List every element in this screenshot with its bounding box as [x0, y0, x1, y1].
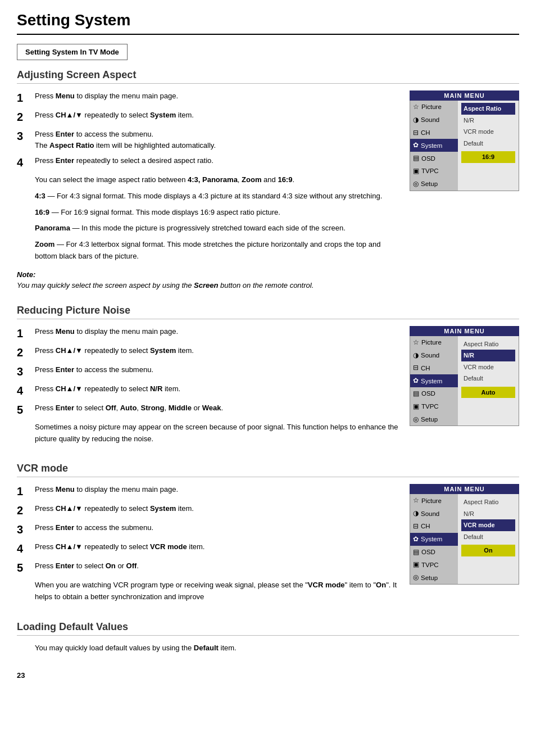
step-text: Press Enter repeatedly to select a desir… — [35, 155, 214, 170]
menu-value-box: 16:9 — [461, 151, 515, 163]
menu-item-icon: ✿ — [413, 141, 419, 150]
steps-container: 1Press Menu to display the menu main pag… — [17, 90, 398, 291]
step-number: 4 — [17, 383, 30, 398]
step-number: 3 — [17, 364, 30, 379]
submenu-item: Default — [461, 138, 515, 150]
menu-item-system[interactable]: ✿System — [410, 533, 458, 546]
section-title: Adjusting Screen Aspect — [17, 69, 519, 84]
step-text: Press Menu to display the menu main page… — [35, 484, 178, 499]
menu-item-icon: ▣ — [413, 166, 419, 176]
menu-item-icon: ◎ — [413, 415, 419, 424]
step-text: Press Menu to display the menu main page… — [35, 326, 178, 341]
step-number: 2 — [17, 110, 30, 124]
indent-text: Panorama — In this mode the picture is p… — [35, 223, 398, 234]
submenu-item: Default — [461, 531, 515, 543]
menu-item-tvpc[interactable]: ▣TVPC — [410, 400, 458, 413]
step: 1Press Menu to display the menu main pag… — [17, 484, 398, 499]
step-number: 5 — [17, 560, 30, 575]
section-title: Loading Default Values — [17, 621, 519, 636]
submenu-item: N/R — [461, 115, 515, 126]
menu-item-label: System — [421, 535, 442, 544]
menu-item-icon: ⊟ — [413, 363, 419, 373]
menu-item-label: Sound — [421, 351, 439, 360]
menu-item-picture[interactable]: ☆Picture — [410, 101, 458, 114]
menu-item-icon: ☆ — [413, 102, 419, 112]
menu-item-label: OSD — [421, 154, 435, 163]
menu-item-label: TVPC — [421, 166, 439, 175]
steps-container: 1Press Menu to display the menu main pag… — [17, 484, 398, 608]
menu-item-icon: ✿ — [413, 376, 419, 386]
menu-item-label: Sound — [421, 115, 439, 124]
menu-item-sound[interactable]: ◑Sound — [410, 114, 458, 126]
menu-item-sound[interactable]: ◑Sound — [410, 349, 458, 362]
menu-item-icon: ▤ — [413, 547, 419, 557]
menu-item-icon: ☆ — [413, 338, 419, 347]
menu-item-label: CH — [421, 522, 430, 531]
menu-header: MAIN MENU — [410, 484, 519, 494]
step-text: Press CH▲/▼ repeatedly to select System … — [35, 503, 194, 518]
menu-item-label: Picture — [421, 338, 442, 347]
menu-item-sound[interactable]: ◑Sound — [410, 507, 458, 520]
section-adjusting-screen-aspect: Adjusting Screen Aspect1Press Menu to di… — [17, 69, 519, 291]
indent-text: 4:3 — For 4:3 signal format. This mode d… — [35, 191, 398, 202]
step: 3Press Enter to access the submenu. — [17, 364, 398, 379]
step-number: 4 — [17, 155, 30, 170]
menu-item-icon: ◑ — [413, 115, 419, 125]
submenu-item: VCR mode — [461, 519, 515, 531]
step-text: Press CH▲/▼ repeatedly to select System … — [35, 110, 194, 124]
menu-item-label: OSD — [421, 547, 435, 556]
menu-item-label: TVPC — [421, 402, 439, 411]
menu-item-icon: ▣ — [413, 402, 419, 411]
menu-item-label: Picture — [421, 496, 442, 505]
section-box-label: Setting System In TV Mode — [17, 44, 128, 60]
section-title: Reducing Picture Noise — [17, 305, 519, 319]
menu-item-osd[interactable]: ▤OSD — [410, 387, 458, 400]
menu-item-setup[interactable]: ◎Setup — [410, 178, 458, 191]
page-number: 23 — [17, 671, 519, 680]
menu-item-label: CH — [421, 364, 430, 373]
indent-text: When you are watching VCR program type o… — [35, 580, 398, 603]
menu-item-label: Setup — [421, 573, 438, 582]
menu-item-setup[interactable]: ◎Setup — [410, 413, 458, 426]
step: 2Press CH▲/▼ repeatedly to select System… — [17, 110, 398, 124]
menu-item-label: CH — [421, 128, 430, 137]
menu-value-box: Auto — [461, 387, 515, 399]
step-text: Press CH▲/▼ repeatedly to select System … — [35, 345, 194, 360]
step-text: Press Enter to access the submenu. — [35, 522, 153, 537]
step-number: 3 — [17, 522, 30, 537]
step: 5Press Enter to select Off, Auto, Strong… — [17, 402, 398, 417]
step: 4Press Enter repeatedly to select a desi… — [17, 155, 398, 170]
menu-item-icon: ⊟ — [413, 128, 419, 138]
step: 4Press CH▲/▼ repeatedly to select N/R it… — [17, 383, 398, 398]
step: 1Press Menu to display the menu main pag… — [17, 326, 398, 341]
menu-item-osd[interactable]: ▤OSD — [410, 546, 458, 559]
menu-item-tvpc[interactable]: ▣TVPC — [410, 558, 458, 571]
menu-item-ch[interactable]: ⊟CH — [410, 520, 458, 533]
step-text: Press Enter to access the submenu.The As… — [35, 129, 216, 151]
steps-container: 1Press Menu to display the menu main pag… — [17, 326, 398, 450]
step-number: 2 — [17, 345, 30, 360]
menu-item-system[interactable]: ✿System — [410, 139, 458, 152]
menu-item-icon: ◎ — [413, 573, 419, 582]
menu-item-icon: ◑ — [413, 509, 419, 518]
step-text: Press CH▲/▼ repeatedly to select N/R ite… — [35, 383, 180, 398]
menu-item-ch[interactable]: ⊟CH — [410, 361, 458, 374]
menu-item-label: System — [421, 377, 442, 386]
submenu-item: Aspect Ratio — [461, 496, 515, 508]
menu-item-picture[interactable]: ☆Picture — [410, 494, 458, 507]
menu-item-tvpc[interactable]: ▣TVPC — [410, 165, 458, 178]
submenu-item: Default — [461, 373, 515, 384]
menu-item-ch[interactable]: ⊟CH — [410, 126, 458, 139]
step-number: 1 — [17, 484, 30, 499]
page-title: Setting System — [17, 11, 519, 35]
step: 3Press Enter to access the submenu. — [17, 522, 398, 537]
menu-item-setup[interactable]: ◎Setup — [410, 571, 458, 584]
indent-text: Sometimes a noisy picture may appear on … — [35, 422, 398, 445]
menu-item-picture[interactable]: ☆Picture — [410, 336, 458, 349]
menu-item-icon: ◎ — [413, 179, 419, 189]
menu-item-osd[interactable]: ▤OSD — [410, 152, 458, 165]
menu-item-label: OSD — [421, 389, 435, 398]
step-text: Press CH▲/▼ repeatedly to select VCR mod… — [35, 541, 205, 556]
menu-item-label: Sound — [421, 509, 439, 518]
menu-item-system[interactable]: ✿System — [410, 374, 458, 387]
